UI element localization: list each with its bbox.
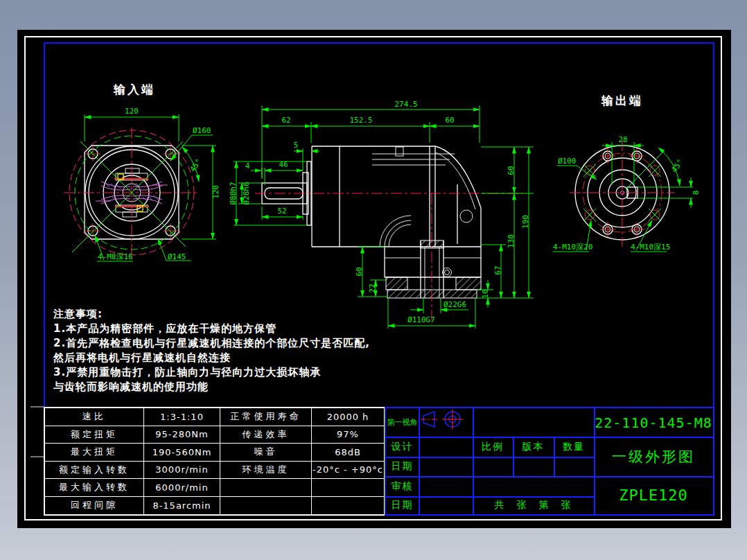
spec-cell: 额定扭矩 xyxy=(45,426,144,444)
spec-cell: 最大输入转数 xyxy=(45,479,144,497)
spec-cell xyxy=(220,497,312,515)
spec-cell xyxy=(312,497,384,515)
dim-label: 152.5 xyxy=(349,116,372,125)
spec-cell: 8-15arcmin xyxy=(144,497,220,515)
spec-table: 速比 1:3-1:10 正常使用寿命 20000 h 额定扭矩 95-280Nm… xyxy=(44,407,385,516)
dim-label: 60 xyxy=(355,267,364,276)
spec-cell: 1:3-1:10 xyxy=(144,408,220,426)
note-line: 然后再将电机与行星减速机自然连接 xyxy=(53,351,370,365)
spec-cell: -20°c - +90°c xyxy=(312,462,384,480)
dim-label: 67 xyxy=(493,265,502,274)
flange-hatch-left xyxy=(386,277,407,290)
note-line: 1.本产品为精密部件，应放在干燥的地方保管 xyxy=(53,322,370,336)
dim-label: Ø110G7 xyxy=(407,315,435,324)
dim-label: 120 xyxy=(211,185,220,199)
spec-cell: 20000 h xyxy=(312,408,384,426)
spec-cell: 190-560Nm xyxy=(144,444,220,462)
dim-label: 10 xyxy=(481,289,490,298)
dim-label: Ø80h7 xyxy=(229,182,238,204)
side-view: 274.5 62 152.5 60 5 4 46 52 Ø28h6 xyxy=(229,100,534,329)
dim-label: 190 xyxy=(521,215,530,229)
spec-cell: 额定输入转数 xyxy=(45,462,144,480)
spec-cell xyxy=(312,479,384,497)
drawing-name: 一级外形图 xyxy=(594,437,713,476)
design-label: 设计 xyxy=(386,437,419,457)
spec-cell: 速比 xyxy=(45,408,144,426)
version-label: 版本 xyxy=(513,437,554,457)
note-line: 与齿轮而影响减速机的使用功能 xyxy=(53,380,370,394)
titleblock-line xyxy=(419,408,420,514)
dim-label: Ø100 xyxy=(558,157,577,166)
dim-label: 4 xyxy=(245,161,250,170)
side-dimensions: 274.5 62 152.5 60 5 4 46 52 Ø28h6 xyxy=(229,100,534,329)
dim-label: 45° xyxy=(669,157,685,174)
scale-label: 比例 xyxy=(473,437,513,457)
output-view-title: 输出端 xyxy=(601,93,643,109)
input-end-view: 120 120 Ø160 45° Ø145 4-M8深16 xyxy=(64,107,220,261)
spec-cell: 97% xyxy=(312,426,384,444)
dim-label: 274.5 xyxy=(394,100,417,109)
spec-cell: 回程间隙 xyxy=(45,497,144,515)
dim-label: Ø160 xyxy=(193,126,211,135)
flange-hatch-right xyxy=(456,277,481,290)
dim-label: 4-M8深16 xyxy=(98,252,133,261)
spec-cell: 95-280Nm xyxy=(144,426,220,444)
title-block: 第一视角 设计 日期 审核 日期 比例 版本 数量 共 张 第 张 22-110… xyxy=(385,407,714,516)
dim-label: 62 xyxy=(281,116,290,125)
input-view-title: 输入端 xyxy=(114,82,155,98)
note-line: 3.严禁用重物击打，防止轴向力与径向力过大损坏轴承 xyxy=(53,365,370,380)
spec-cell: 环境温度 xyxy=(220,462,312,480)
spec-cell: 传递效率 xyxy=(220,426,312,444)
page: { "titles": { "input": "输入端", "output": … xyxy=(0,0,747,560)
output-end-view: 28 Ø100 45° 8 4-M10深20 4-M10深15 xyxy=(553,135,701,252)
model-number: ZPLE120 xyxy=(594,476,713,514)
dim-label: 120 xyxy=(125,107,139,116)
spec-cell: 噪音 xyxy=(220,444,312,462)
note-line: 2.首先严格检查电机与行星减速机相连接的个部位尺寸是否匹配, xyxy=(53,336,370,351)
spec-cell xyxy=(220,479,312,497)
audit-label: 审核 xyxy=(386,476,419,496)
dim-label: 28 xyxy=(618,135,627,144)
spec-cell: 正常使用寿命 xyxy=(220,408,312,426)
dim-label: 4-M10深20 xyxy=(553,243,592,252)
dim-label: 4-M10深15 xyxy=(631,243,670,252)
dim-label: Ø22G6 xyxy=(443,300,466,309)
notes-block: 注意事项: 1.本产品为精密部件，应放在干燥的地方保管 2.首先严格检查电机与行… xyxy=(53,307,370,394)
qty-label: 数量 xyxy=(554,437,594,457)
date-label: 日期 xyxy=(386,496,419,514)
dim-label: 60 xyxy=(507,166,516,175)
first-view-label: 第一视角 xyxy=(386,408,419,437)
dim-label: 60 xyxy=(445,116,454,125)
dim-label: Ø28h6 xyxy=(242,182,251,204)
dim-label: 130 xyxy=(507,234,516,248)
spec-cell: 6000r/min xyxy=(144,479,220,497)
spec-cell: 3000r/min xyxy=(144,462,220,480)
spec-cell: 68dB xyxy=(312,444,384,462)
dim-label: 5 xyxy=(294,141,299,150)
date-label: 日期 xyxy=(386,457,419,476)
notes-title: 注意事项: xyxy=(53,307,370,322)
first-angle-projection-symbol xyxy=(421,410,472,436)
drawing-code: 22-110-145-M8 xyxy=(594,408,713,437)
dim-label: Ø145 xyxy=(168,252,186,261)
sheet-count-label: 共 张 第 张 xyxy=(473,496,594,514)
spec-cell: 最大扭矩 xyxy=(45,444,144,462)
dim-label: 8 xyxy=(692,191,701,195)
dim-label: 22 xyxy=(368,283,377,292)
dim-label: 52 xyxy=(277,207,286,216)
